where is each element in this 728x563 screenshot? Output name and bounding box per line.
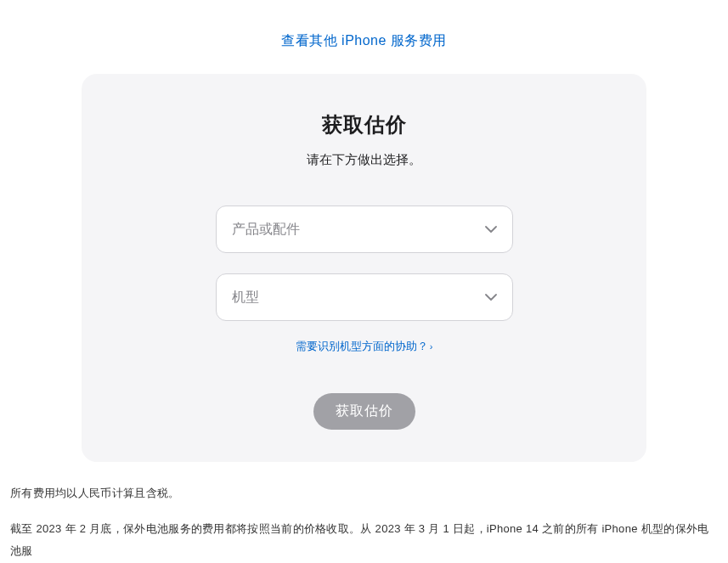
product-select[interactable]: 产品或配件 [216,205,513,253]
footer-line-2: 截至 2023 年 2 月底，保外电池服务的费用都将按照当前的价格收取。从 20… [10,518,715,563]
help-link-label: 需要识别机型方面的协助？ [296,340,428,352]
chevron-down-icon [485,226,497,233]
chevron-down-icon [485,294,497,301]
identify-model-help-link[interactable]: 需要识别机型方面的协助？› [296,340,433,352]
model-select-placeholder: 机型 [232,289,259,307]
footer-notes: 所有费用均以人民币计算且含税。 截至 2023 年 2 月底，保外电池服务的费用… [10,482,715,563]
footer-line-2-part1: 截至 2023 年 2 月底，保外电池服务的费用都将按照当前的价格收取。从 20… [10,522,708,557]
chevron-right-icon: › [430,341,433,352]
product-select-wrapper: 产品或配件 [216,205,513,253]
get-estimate-button[interactable]: 获取估价 [313,393,415,430]
footer-line-1: 所有费用均以人民币计算且含税。 [10,482,715,504]
other-services-link[interactable]: 查看其他 iPhone 服务费用 [281,33,447,48]
estimate-card: 获取估价 请在下方做出选择。 产品或配件 机型 需要识别机型方面的协助？› 获取 [82,74,646,462]
model-select-wrapper: 机型 [216,273,513,321]
card-title: 获取估价 [116,111,612,138]
model-select[interactable]: 机型 [216,273,513,321]
card-subtitle: 请在下方做出选择。 [116,152,612,168]
product-select-placeholder: 产品或配件 [232,221,300,239]
help-link-container: 需要识别机型方面的协助？› [116,338,612,354]
top-link-container: 查看其他 iPhone 服务费用 [0,0,728,74]
